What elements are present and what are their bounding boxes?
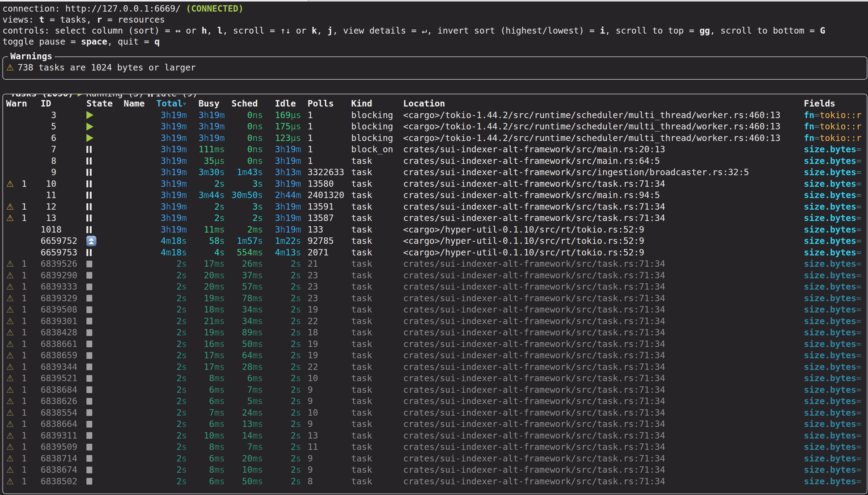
warning-triangle-icon: ⚠: [6, 305, 14, 314]
cell-location: crates/sui-indexer-alt-framework/src/tas…: [403, 179, 804, 189]
cell-busy: 2s: [199, 213, 225, 223]
field-key: fn: [804, 110, 814, 120]
cell-state: [86, 181, 124, 187]
task-row-6839526[interactable]: ⚠168395262s17ms26ms2s21taskcrates/sui-in…: [3, 258, 867, 270]
cell-total: 2s: [156, 282, 187, 292]
task-row-6839508[interactable]: ⚠168395082s18ms34ms2s19taskcrates/sui-in…: [3, 304, 867, 315]
help-text: controls: select column (sort) = ↔ or: [2, 25, 202, 36]
cell-busy: 3h19m: [199, 121, 225, 132]
duration-busy: 3h19m: [199, 110, 225, 120]
cell-fields: size.bytes=: [804, 259, 867, 269]
field-equals: =: [856, 373, 862, 383]
cell-total: 2s: [156, 408, 187, 418]
column-header-polls[interactable]: Polls: [307, 99, 351, 109]
task-row-6839521[interactable]: ⚠168395212s8ms6ms2s10taskcrates/sui-inde…: [3, 373, 867, 384]
field-key: size.bytes: [804, 373, 856, 383]
field-key: size.bytes: [804, 293, 856, 303]
cell-kind: blocking: [351, 110, 394, 120]
key-binding: q: [154, 37, 160, 47]
cell-kind: task: [351, 373, 394, 383]
column-header-id[interactable]: ID: [40, 99, 79, 109]
cell-warn: ⚠1: [6, 385, 40, 395]
task-row-6838684[interactable]: ⚠168386842s6ms7ms2s9taskcrates/sui-index…: [3, 384, 867, 396]
cell-fields: size.bytes=: [804, 385, 867, 395]
cell-busy: 3h19m: [199, 110, 225, 120]
task-row-6839329[interactable]: ⚠168393292s19ms78ms2s23taskcrates/sui-in…: [3, 293, 867, 304]
task-row-6839311[interactable]: ⚠168393112s10ms14ms2s13taskcrates/sui-in…: [3, 430, 867, 442]
duration-total: 2s: [177, 305, 187, 314]
task-row-11[interactable]: 113h19m3m44s30m50s2h44m2401320taskcrates…: [3, 189, 867, 201]
cell-idle: 2s: [275, 431, 301, 441]
task-row-6838661[interactable]: ⚠168386612s16ms50ms2s19taskcrates/sui-in…: [3, 339, 867, 350]
cell-location: crates/sui-indexer-alt-framework/src/tas…: [403, 442, 804, 452]
field-key: size.bytes: [804, 259, 856, 269]
cell-kind: task: [351, 351, 394, 360]
cell-fields: size.bytes=: [804, 454, 867, 464]
task-row-6838664[interactable]: ⚠168386642s6ms13ms2s9taskcrates/sui-inde…: [3, 419, 867, 430]
help-text: , quit =: [107, 37, 154, 47]
cell-kind: task: [351, 465, 394, 475]
task-row-5[interactable]: 53h19m3h19m0ns175µs1blocking<cargo>/toki…: [3, 121, 867, 133]
column-header-warn[interactable]: Warn: [6, 99, 40, 109]
task-row-10[interactable]: ⚠1 103h19m2s3s3h19m13580taskcrates/sui-i…: [3, 178, 867, 190]
task-row-6838626[interactable]: ⚠168386262s6ms5ms2s9taskcrates/sui-index…: [3, 395, 867, 407]
cell-total: 2s: [156, 419, 187, 429]
cell-idle: 2s: [275, 419, 301, 429]
column-header-total[interactable]: Total▿: [156, 99, 187, 109]
task-row-13[interactable]: ⚠1 133h19m2s2s3h19m13587taskcrates/sui-i…: [3, 212, 867, 224]
column-header-sched[interactable]: Sched: [232, 99, 263, 109]
cell-state: [86, 467, 124, 473]
cell-task-id: 6838664: [40, 419, 79, 429]
task-row-6838714[interactable]: ⚠168387142s6ms20ms2s9taskcrates/sui-inde…: [3, 453, 867, 464]
duration-busy: 6ms: [209, 454, 225, 464]
key-binding: G: [820, 25, 825, 36]
column-header-kind[interactable]: Kind: [351, 99, 394, 109]
task-row-6838502[interactable]: ⚠168385022s6ms50ms2s8taskcrates/sui-inde…: [3, 476, 867, 488]
warn-count: 1: [22, 316, 27, 326]
cell-fields: size.bytes=: [804, 431, 867, 441]
column-header-state[interactable]: State: [86, 99, 124, 109]
task-row-8[interactable]: 83h19m35µs0ns3h19m1taskcrates/sui-indexe…: [3, 155, 867, 167]
task-row-6839344[interactable]: ⚠168393442s17ms28ms2s22taskcrates/sui-in…: [3, 361, 867, 373]
task-row-6839333[interactable]: ⚠168393332s20ms57ms2s23taskcrates/sui-in…: [3, 281, 867, 293]
cell-total: 3h19m: [156, 156, 187, 166]
tasks-panel: Tasks (2056) Running (3) Idle (9) WarnID…: [2, 94, 867, 494]
field-equals: =: [856, 385, 862, 395]
task-row-3[interactable]: 33h19m3h19m0ns169µs1blocking<cargo>/toki…: [3, 109, 867, 121]
duration-busy: 21ms: [204, 316, 225, 326]
field-equals: =: [814, 133, 819, 143]
task-row-6659752[interactable]: 66597524m18s58s1m57s1m22s92785task<cargo…: [3, 235, 867, 247]
task-row-6839301[interactable]: ⚠168393012s21ms34ms2s22taskcrates/sui-in…: [3, 315, 867, 327]
cell-kind: task: [351, 190, 394, 200]
task-row-6838554[interactable]: ⚠168385542s7ms24ms2s10taskcrates/sui-ind…: [3, 407, 867, 419]
cell-sched: 37ms: [232, 270, 263, 280]
key-binding: space: [81, 37, 107, 47]
duration-idle: 3h19m: [275, 225, 301, 235]
help-text: , scroll to top =: [605, 25, 699, 36]
task-row-6838674[interactable]: ⚠168386742s8ms10ms2s9taskcrates/sui-inde…: [3, 464, 867, 476]
cell-sched: 0ns: [232, 121, 263, 132]
play-icon: [78, 94, 83, 97]
task-row-6838428[interactable]: ⚠168384282s19ms89ms2s18taskcrates/sui-in…: [3, 327, 867, 339]
task-row-9[interactable]: 93h19m3m30s1m43s3h13m3322633taskcrates/s…: [3, 167, 867, 178]
task-row-6839290[interactable]: ⚠168392902s20ms37ms2s23taskcrates/sui-in…: [3, 270, 867, 281]
column-header-location[interactable]: Location: [403, 99, 804, 109]
column-header-name[interactable]: Name: [124, 99, 156, 109]
field-equals: =: [856, 454, 862, 464]
task-row-6659753[interactable]: 66597534m18s4s554ms4m13s2071task<cargo>/…: [3, 247, 867, 258]
cell-polls: 8: [307, 476, 351, 487]
column-header-busy[interactable]: Busy: [199, 99, 225, 109]
completed-state-icon: [86, 341, 92, 347]
task-row-6839509[interactable]: ⚠168395092s8ms7ms2s11taskcrates/sui-inde…: [3, 441, 867, 453]
column-header-fields[interactable]: Fields: [804, 99, 867, 109]
cell-fields: size.bytes=: [804, 202, 867, 212]
task-row-6838659[interactable]: ⚠168386592s17ms64ms2s19taskcrates/sui-in…: [3, 350, 867, 361]
task-row-6[interactable]: 63h19m3h19m0ns123µs1blocking<cargo>/toki…: [3, 133, 867, 144]
task-row-7[interactable]: 73h19m111ms0ns3h19m1block_oncrates/sui-i…: [3, 144, 867, 155]
cell-warn: ⚠1: [6, 270, 40, 280]
task-row-1018[interactable]: 10183h19m11ms2ms3h19m133task<cargo>/hype…: [3, 224, 867, 236]
task-row-12[interactable]: ⚠1 123h19m2s3s3h19m13591taskcrates/sui-i…: [3, 201, 867, 213]
column-header-idle[interactable]: Idle: [275, 99, 301, 109]
warning-triangle-icon: ⚠: [6, 270, 14, 280]
duration-total: 2s: [177, 465, 187, 475]
